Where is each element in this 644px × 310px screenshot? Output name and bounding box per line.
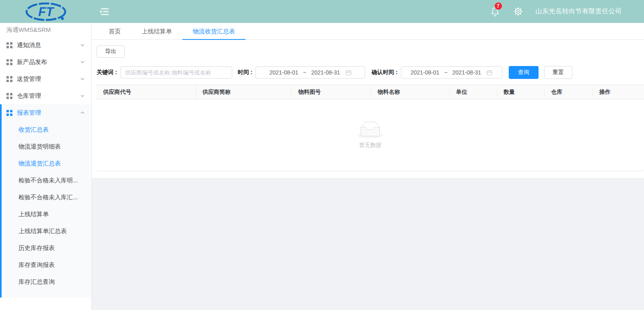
table-header-row: 供应商代号 供应商简称 物料图号 物料名称 单位 数量 仓库 操作: [97, 85, 644, 99]
keyword-input[interactable]: [120, 66, 232, 79]
confirm-start-value: 2021-08-01: [411, 69, 440, 76]
sidebar-subitem-receipt-summary[interactable]: 收货汇总表: [2, 121, 91, 138]
column-header-supplier-code: 供应商代号: [97, 85, 196, 99]
calendar-icon: [346, 70, 351, 76]
tab-bar: 首页 上线结算单 物流收货汇总表: [92, 23, 644, 40]
time-label: 时间 :: [238, 69, 253, 76]
tab-logistics-receipt-summary[interactable]: 物流收货汇总表: [182, 23, 246, 39]
time-start-value: 2021-08-01: [269, 69, 298, 76]
svg-text:FT: FT: [38, 5, 55, 19]
sidebar-item-delivery[interactable]: 送货管理: [0, 70, 91, 87]
sidebar-item-label: 送货管理: [17, 75, 80, 83]
sidebar-item-label: 报表管理: [17, 109, 80, 117]
confirm-time-label: 确认时间 :: [372, 69, 398, 76]
company-name: 山东光岳转向节有限责任公司: [536, 7, 622, 16]
logo: FT: [0, 1, 92, 22]
notification-bell-icon[interactable]: 7: [490, 6, 500, 17]
sidebar-subitem-inventory-summary-query[interactable]: 库存汇总查询: [2, 273, 91, 290]
range-separator: ~: [303, 69, 306, 76]
filter-bar: 关键词 : 时间 : 2021-08-01 ~ 2021-08-31 确认时间 …: [97, 66, 644, 79]
menu-fold-icon[interactable]: [100, 8, 109, 16]
topbar-right: 7 山东光岳转向节有限责任公司: [490, 6, 644, 17]
chevron-down-icon: [80, 76, 85, 81]
column-header-actions: 操作: [592, 85, 644, 99]
sidebar-subitem-reject-summary[interactable]: 检验不合格未入库汇...: [2, 189, 91, 206]
sidebar-subitem-online-settlement[interactable]: 上线结算单: [2, 206, 91, 223]
time-range-picker[interactable]: 2021-08-01 ~ 2021-08-31: [256, 66, 365, 79]
range-separator: ~: [444, 69, 448, 76]
chevron-up-icon: [80, 110, 85, 115]
tab-online-settlement[interactable]: 上线结算单: [131, 23, 182, 39]
column-header-warehouse: 仓库: [544, 85, 592, 99]
reset-button[interactable]: 重置: [544, 66, 572, 79]
column-header-material-name: 物料名称: [371, 85, 449, 99]
chevron-down-icon: [80, 43, 85, 48]
sidebar-group-reports: 报表管理 收货汇总表 物流退货明细表 物流退货汇总表 检验不合格未入库明... …: [0, 104, 91, 298]
app-title: 海通WMS&SRM: [0, 23, 91, 37]
sidebar-subitem-reject-detail[interactable]: 检验不合格未入库明...: [2, 172, 91, 189]
empty-text: 暂无数据: [359, 142, 382, 149]
sidebar-item-notifications[interactable]: 通知消息: [0, 37, 91, 54]
grid-icon: [6, 93, 12, 99]
keyword-label: 关键词 :: [97, 69, 117, 76]
column-header-quantity: 数量: [497, 85, 544, 99]
topbar: FT 7: [0, 0, 644, 23]
confirm-end-value: 2021-08-31: [452, 69, 481, 76]
chevron-down-icon: [80, 93, 85, 98]
confirm-time-range-picker[interactable]: 2021-08-01 ~ 2021-08-31: [401, 66, 502, 79]
time-end-value: 2021-08-31: [311, 69, 340, 76]
sidebar-item-warehouse[interactable]: 仓库管理: [0, 87, 91, 104]
sidebar-item-reports[interactable]: 报表管理: [2, 104, 91, 121]
tab-home[interactable]: 首页: [98, 23, 131, 39]
calendar-icon: [487, 70, 492, 76]
main-area: 首页 上线结算单 物流收货汇总表 导出 关键词 : 时间 : 2021-08-0…: [92, 23, 644, 310]
sidebar-subitem-online-settlement-summary[interactable]: 上线结算单汇总表: [2, 223, 91, 240]
column-header-supplier-name: 供应商简称: [196, 85, 291, 99]
sidebar-item-label: 仓库管理: [17, 92, 80, 100]
sidebar-item-new-product[interactable]: 新产品发布: [0, 54, 91, 70]
sidebar-subitem-history-inventory[interactable]: 历史库存报表: [2, 240, 91, 256]
empty-box-icon: [357, 122, 383, 138]
sidebar-subitem-inventory-query[interactable]: 库存查询报表: [2, 256, 91, 273]
table-empty-state: 暂无数据: [97, 99, 644, 171]
grid-icon: [6, 42, 12, 48]
grid-icon: [6, 59, 12, 65]
sidebar-item-label: 通知消息: [17, 41, 80, 49]
results-table: 供应商代号 供应商简称 物料图号 物料名称 单位 数量 仓库 操作: [97, 85, 644, 171]
chevron-down-icon: [80, 60, 85, 64]
grid-icon: [6, 110, 12, 116]
search-button[interactable]: 查询: [509, 66, 539, 79]
sidebar-subitem-return-summary[interactable]: 物流退货汇总表: [2, 155, 91, 172]
column-header-unit: 单位: [449, 85, 497, 99]
app-window: FT 7: [0, 0, 644, 310]
grid-icon: [6, 76, 12, 82]
company-logo-icon: FT: [22, 1, 70, 22]
sidebar-subitem-return-detail[interactable]: 物流退货明细表: [2, 138, 91, 155]
content-panel: 导出 关键词 : 时间 : 2021-08-01 ~ 2021-08-31 确认…: [92, 40, 644, 178]
export-button[interactable]: 导出: [97, 45, 125, 58]
settings-gear-icon[interactable]: [514, 7, 523, 16]
column-header-material-drawing-no: 物料图号: [291, 85, 371, 99]
sidebar-item-label: 新产品发布: [17, 58, 80, 66]
sidebar: 海通WMS&SRM 通知消息 新产品发布 送货管理 仓库管理: [0, 23, 92, 310]
notification-badge: 7: [495, 2, 502, 10]
